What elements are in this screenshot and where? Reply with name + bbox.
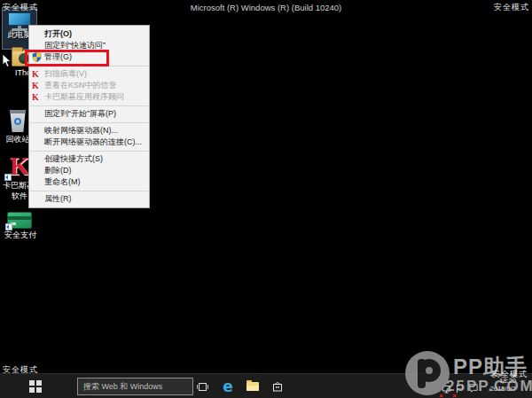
task-view-button[interactable] [192, 374, 213, 398]
menu-item-pin-to-start[interactable]: 固定到“开始”屏幕(P) [29, 108, 149, 120]
error-x-badge: × [439, 392, 443, 398]
pp-assistant-site-text: 25PP.COM [446, 378, 532, 395]
menu-separator [30, 122, 148, 123]
start-button[interactable] [21, 374, 50, 398]
edge-button[interactable]: e [217, 374, 239, 398]
menu-item-rename[interactable]: 重命名(M) [29, 176, 149, 188]
safe-mode-label-bottom-right: 安全模式 [492, 369, 528, 380]
windows-logo-icon [29, 380, 42, 393]
menu-item-scan-for-viruses[interactable]: K 扫描病毒(V) [29, 68, 149, 80]
safe-money-icon [7, 212, 32, 229]
file-explorer-icon [246, 382, 259, 391]
menu-item-open[interactable]: 打开(O) [29, 28, 149, 40]
menu-item-disconnect-network-drive[interactable]: 断开网络驱动器的连接(C)... [29, 137, 149, 148]
menu-item-check-reputation-ksn[interactable]: K 查看在KSN中的信誉 [29, 80, 149, 91]
safe-mode-label-top-left: 安全模式 [3, 2, 38, 13]
taskbar-search-input[interactable] [77, 378, 193, 395]
edge-icon: e [223, 379, 233, 394]
safe-mode-label-top-right: 安全模式 [494, 2, 529, 13]
menu-separator [30, 151, 148, 152]
pp-assistant-logo [405, 351, 450, 395]
desktop-icon-safe-money[interactable]: 安全支付 [4, 212, 35, 239]
menu-separator [30, 105, 148, 106]
kaspersky-k-icon: K [32, 92, 42, 102]
menu-item-create-shortcut[interactable]: 创建快捷方式(S) [29, 153, 149, 165]
file-explorer-button[interactable] [242, 374, 263, 398]
menu-item-kaspersky-app-advisor[interactable]: K 卡巴斯基应用程序顾问 [29, 91, 149, 103]
store-button[interactable] [267, 374, 288, 398]
kaspersky-k-icon: K [32, 81, 42, 90]
shortcut-arrow-icon [4, 174, 12, 181]
manage-highlight-box [25, 50, 109, 66]
task-view-icon [196, 381, 209, 393]
menu-item-properties[interactable]: 属性(R) [29, 193, 149, 205]
mouse-cursor [2, 54, 12, 68]
shortcut-arrow-icon [5, 223, 12, 230]
recycle-bin-icon [9, 110, 27, 132]
safe-money-label: 安全支付 [4, 230, 35, 239]
windows-build-text: Microsoft (R) Windows (R) (Build 10240) [0, 3, 532, 12]
menu-item-delete[interactable]: 删除(D) [29, 165, 149, 176]
menu-item-map-network-drive[interactable]: 映射网络驱动器(N)... [29, 125, 149, 137]
store-icon [271, 380, 284, 393]
menu-separator [30, 191, 148, 191]
kaspersky-k-icon: K [32, 69, 42, 79]
